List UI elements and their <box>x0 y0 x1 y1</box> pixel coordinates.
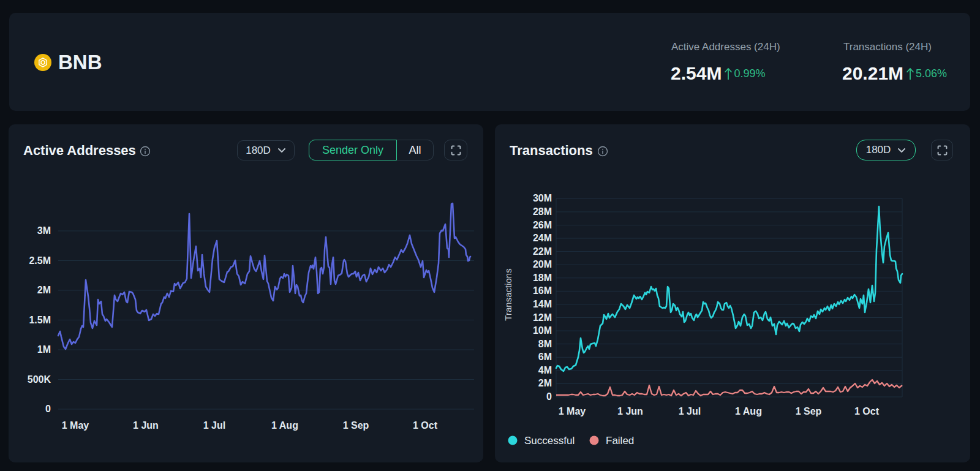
svg-text:Transactions: Transactions <box>503 268 513 320</box>
svg-text:10M: 10M <box>533 325 552 336</box>
svg-text:1 Jun: 1 Jun <box>617 406 643 416</box>
svg-text:22M: 22M <box>533 246 552 257</box>
svg-text:16M: 16M <box>533 285 552 296</box>
svg-text:18M: 18M <box>533 273 552 283</box>
svg-text:30M: 30M <box>533 193 552 203</box>
svg-text:12M: 12M <box>533 312 552 323</box>
svg-text:1 Aug: 1 Aug <box>735 406 762 416</box>
svg-text:1 Oct: 1 Oct <box>854 406 880 416</box>
svg-text:8M: 8M <box>538 339 552 349</box>
svg-text:24M: 24M <box>533 233 552 243</box>
svg-text:20M: 20M <box>533 259 552 269</box>
svg-text:1 Jul: 1 Jul <box>679 406 701 416</box>
svg-text:28M: 28M <box>533 206 552 217</box>
svg-text:14M: 14M <box>533 299 552 309</box>
svg-text:6M: 6M <box>538 352 552 362</box>
svg-text:0: 0 <box>546 391 552 402</box>
svg-text:1 Sep: 1 Sep <box>796 406 822 416</box>
svg-text:2M: 2M <box>538 378 552 388</box>
svg-text:Failed: Failed <box>606 435 634 447</box>
svg-text:1 May: 1 May <box>559 406 586 416</box>
svg-text:26M: 26M <box>533 220 552 230</box>
svg-text:Successful: Successful <box>524 435 575 447</box>
svg-text:4M: 4M <box>538 365 552 375</box>
